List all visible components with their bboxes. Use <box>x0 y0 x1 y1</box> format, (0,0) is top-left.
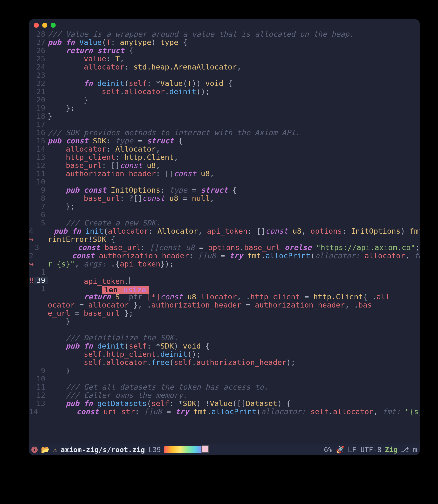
code-line[interactable]: return S ptr [*]const u8 llocator, .http… <box>29 293 420 301</box>
code-line[interactable]: 18} <box>29 113 420 121</box>
code-text[interactable]: /// Deinitialize the SDK. <box>48 334 178 342</box>
code-line[interactable]: 17 <box>29 121 420 129</box>
close-icon[interactable] <box>34 23 39 28</box>
code-line[interactable]: 6 <box>29 211 420 219</box>
code-line[interactable]: 9 } <box>29 367 420 375</box>
code-text[interactable]: http_client: http.Client, <box>48 153 178 161</box>
code-text[interactable]: ocator = allocator }, .authorization_hea… <box>48 301 372 309</box>
code-text[interactable]: } <box>48 367 70 374</box>
code-line[interactable]: 14 const uri_str: []u8 = try fmt.allocPr… <box>29 408 420 416</box>
filetype[interactable]: Zig <box>385 446 397 453</box>
code-text[interactable]: /// Caller owns the memory. <box>48 391 187 399</box>
code-text[interactable]: self.allocator.free(self.authorization_h… <box>48 359 296 366</box>
code-line[interactable]: pub fn deinit(self: *SDK) void { <box>29 342 420 351</box>
code-text[interactable]: allocator: std.heap.ArenaAllocator, <box>48 63 241 71</box>
code-line[interactable]: 22 fn deinit(self: *Value(T)) void { <box>29 80 420 88</box>
code-text[interactable]: const authorization_header: []u8 = try f… <box>36 252 420 260</box>
code-line[interactable]: 7 }; <box>29 203 420 211</box>
encoding[interactable]: LF UTF-8 <box>348 446 382 453</box>
code-line[interactable]: self.http_client.deinit(); <box>29 351 420 359</box>
git-branch[interactable]: ⎇ m <box>401 446 417 453</box>
code-text[interactable]: authorization_header: []const u8, <box>48 170 214 177</box>
code-text[interactable]: base_url: ?[]const u8 = null, <box>48 195 214 202</box>
code-text[interactable]: pub fn deinit(self: *SDK) void { <box>48 342 210 350</box>
code-line[interactable]: 9 pub const InitOptions: type = struct { <box>29 186 420 195</box>
line-number: 8 <box>34 195 48 202</box>
code-text[interactable]: value: T, <box>48 55 124 63</box>
code-text[interactable]: /// SDK provides methods to interact wit… <box>48 129 300 136</box>
code-line[interactable]: 20 } <box>29 96 420 104</box>
line-number: 12 <box>34 391 48 399</box>
completion-item-label[interactable]: len <box>102 286 121 294</box>
editor-viewport[interactable]: 28/// Value is a wrapper around a value … <box>29 30 420 444</box>
code-line[interactable]: ‼39 api_token. <box>29 277 420 285</box>
code-line[interactable]: 1 <box>29 285 420 293</box>
code-text[interactable]: api_token. <box>48 277 130 285</box>
code-line[interactable]: 27pub fn Value(T: anytype) type { <box>29 39 420 47</box>
code-line[interactable]: 4 pub fn init(allocator: Allocator, api_… <box>29 227 420 236</box>
code-line[interactable]: self.allocator.free(self.authorization_h… <box>29 359 420 367</box>
code-line[interactable]: 12 base_url: []const u8, <box>29 162 420 170</box>
code-text[interactable]: const uri_str: []u8 = try fmt.allocPrint… <box>40 408 420 415</box>
code-line[interactable]: 28/// Value is a wrapper around a value … <box>29 30 420 39</box>
code-text[interactable]: base_url: []const u8, <box>48 162 160 169</box>
code-line[interactable]: 21 self.allocator.deinit(); <box>29 88 420 96</box>
code-text[interactable]: pub const SDK: type = struct { <box>48 137 183 145</box>
zoom-icon[interactable] <box>51 23 56 28</box>
code-line[interactable] <box>29 326 420 334</box>
code-text[interactable]: } <box>48 96 88 103</box>
code-line[interactable]: ↪r {s}", args: .{api_token}); <box>29 260 420 268</box>
code-text[interactable]: e_url = base_url }; <box>48 309 133 317</box>
code-line[interactable]: 26 return struct { <box>29 47 420 55</box>
code-line[interactable]: 2 const authorization_header: []u8 = try… <box>29 252 420 260</box>
code-text[interactable]: pub const InitOptions: type = struct { <box>48 186 237 194</box>
code-line[interactable]: 12 /// Caller owns the memory. <box>29 391 420 400</box>
code-line[interactable]: 24 allocator: std.heap.ArenaAllocator, <box>29 63 420 71</box>
code-text[interactable]: } <box>48 318 70 325</box>
code-text[interactable]: self.http_client.deinit(); <box>48 351 201 358</box>
code-text[interactable]: /// Create a new SDK. <box>48 219 160 227</box>
code-text[interactable]: }; <box>48 203 75 210</box>
code-line[interactable]: /// Deinitialize the SDK. <box>29 334 420 342</box>
code-text[interactable]: return struct { <box>48 47 133 54</box>
code-text[interactable]: fn deinit(self: *Value(T)) void { <box>48 80 232 87</box>
code-text[interactable]: return S ptr [*]const u8 llocator, .http… <box>48 293 390 300</box>
line-number: 23 <box>34 71 48 79</box>
code-line[interactable]: 14 allocator: Allocator, <box>29 145 420 153</box>
code-line[interactable]: 10 <box>29 178 420 186</box>
code-text[interactable]: pub fn getDatasets(self: *SDK) !Value([]… <box>48 400 291 407</box>
code-text[interactable]: rintError!SDK { <box>48 236 115 243</box>
code-line[interactable]: ocator = allocator }, .authorization_hea… <box>29 301 420 309</box>
code-line[interactable]: 11 authorization_header: []const u8, <box>29 170 420 178</box>
code-text[interactable]: } <box>48 113 52 120</box>
code-line[interactable]: 13 pub fn getDatasets(self: *SDK) !Value… <box>29 400 420 408</box>
code-line[interactable]: 1 <box>29 268 420 277</box>
code-text[interactable]: pub fn Value(T: anytype) type { <box>48 39 187 46</box>
code-line[interactable]: 16/// SDK provides methods to interact w… <box>29 129 420 137</box>
completion-popup[interactable]: len usize <box>102 286 149 294</box>
code-line[interactable]: e_url = base_url }; <box>29 309 420 318</box>
file-path[interactable]: axiom-zig/s/root.zig <box>61 446 145 453</box>
code-line[interactable]: 5 /// Create a new SDK. <box>29 219 420 227</box>
code-line[interactable]: 8 base_url: ?[]const u8 = null, <box>29 195 420 203</box>
code-line[interactable]: } <box>29 318 420 326</box>
code-line[interactable]: 15pub const SDK: type = struct { <box>29 137 420 145</box>
code-text[interactable]: const base_url: []const u8 = options.bas… <box>42 244 420 251</box>
error-indicator-icon[interactable]: i <box>31 447 38 453</box>
code-text[interactable]: allocator: Allocator, <box>48 145 160 153</box>
code-line[interactable]: 13 http_client: http.Client, <box>29 153 420 162</box>
code-text[interactable]: /// Get all datasets the token has acces… <box>48 383 268 391</box>
code-text[interactable]: }; <box>48 104 75 112</box>
minimize-icon[interactable] <box>42 23 47 28</box>
code-line[interactable]: 25 value: T, <box>29 55 420 63</box>
code-text[interactable]: r {s}", args: .{api_token}); <box>48 260 174 268</box>
code-line[interactable]: 3 const base_url: []const u8 = options.b… <box>29 244 420 252</box>
code-line[interactable]: 19 }; <box>29 104 420 113</box>
code-line[interactable]: 23 <box>29 71 420 80</box>
code-line[interactable]: 11 /// Get all datasets the token has ac… <box>29 383 420 391</box>
code-text[interactable]: /// Value is a wrapper around a value th… <box>48 30 354 38</box>
code-line[interactable]: ↪rintError!SDK { <box>29 236 420 244</box>
code-line[interactable]: 10 <box>29 375 420 383</box>
code-text[interactable]: self.allocator.deinit(); <box>48 88 210 95</box>
code-text[interactable]: pub fn init(allocator: Allocator, api_to… <box>36 227 420 235</box>
